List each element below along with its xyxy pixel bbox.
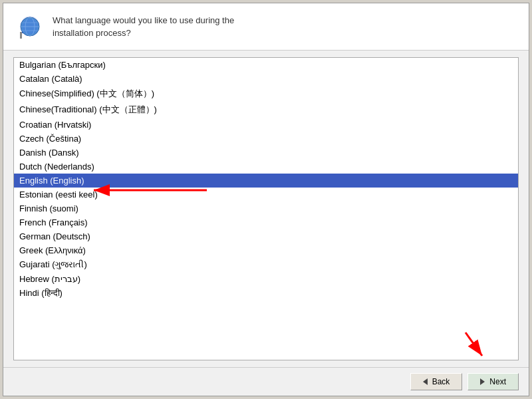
header-text: What language would you like to use duri… xyxy=(53,14,234,40)
svg-rect-0 xyxy=(20,32,22,39)
globe-icon xyxy=(17,13,43,40)
back-button[interactable]: Back xyxy=(410,373,463,390)
svg-line-12 xyxy=(466,332,482,356)
language-list-item[interactable]: Danish (Dansk) xyxy=(14,146,518,160)
red-arrow-next xyxy=(452,329,492,362)
language-list-item[interactable]: Dutch (Nederlands) xyxy=(14,160,518,174)
back-arrow-icon xyxy=(423,378,428,385)
language-list-item[interactable]: Czech (Čeština) xyxy=(14,132,518,146)
next-label: Next xyxy=(489,377,506,386)
language-list-item[interactable]: Estonian (eesti keel) xyxy=(14,188,518,201)
language-list-item[interactable]: Chinese(Simplified) (中文（简体）) xyxy=(14,86,518,102)
installer-window: What language would you like to use duri… xyxy=(3,3,529,396)
language-list-item[interactable]: English (English) xyxy=(14,174,518,188)
language-list-item[interactable]: Hindi (हिन्दी) xyxy=(14,286,518,301)
footer-area: Back Next xyxy=(3,367,529,396)
next-arrow-icon xyxy=(480,378,485,385)
language-list-item[interactable]: Hebrew (עברית) xyxy=(14,272,518,286)
language-list-item[interactable]: Catalan (Català) xyxy=(14,72,518,86)
language-list-item[interactable]: Chinese(Traditional) (中文（正體）) xyxy=(14,102,518,118)
header-area: What language would you like to use duri… xyxy=(3,3,529,51)
language-list-item[interactable]: German (Deutsch) xyxy=(14,229,518,243)
language-list-item[interactable]: Greek (Ελληνικά) xyxy=(14,243,518,257)
language-list-item[interactable]: Croatian (Hrvatski) xyxy=(14,118,518,132)
language-list-item[interactable]: French (Français) xyxy=(14,215,518,229)
back-label: Back xyxy=(432,377,450,386)
next-button[interactable]: Next xyxy=(467,373,519,390)
language-list-item[interactable]: Gujarati (ગુજરાતી) xyxy=(14,257,518,272)
language-list-item[interactable]: Bulgarian (Български) xyxy=(14,58,518,72)
language-list[interactable]: Bulgarian (Български)Catalan (Català)Chi… xyxy=(14,58,518,360)
list-area: Bulgarian (Български)Catalan (Català)Chi… xyxy=(13,57,519,360)
language-list-item[interactable]: Finnish (suomi) xyxy=(14,201,518,215)
